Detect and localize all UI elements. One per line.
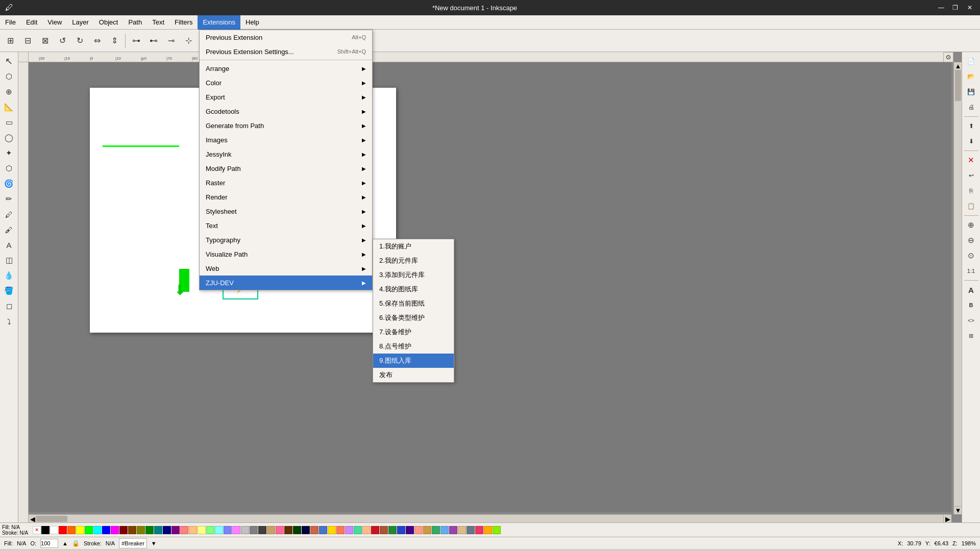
tool-calligraphy[interactable]: 🖋 xyxy=(2,222,16,237)
ext-text[interactable]: Text ▶ xyxy=(200,218,372,233)
swatch-silver[interactable] xyxy=(241,526,249,534)
tb-align-right[interactable]: ⊠ xyxy=(37,33,53,49)
swatch-black[interactable] xyxy=(41,526,50,534)
tool-rect[interactable]: ▭ xyxy=(2,115,16,130)
swatch-khaki[interactable] xyxy=(423,526,431,534)
tb-dist2[interactable]: ⊷ xyxy=(145,33,162,49)
ext-jessyink[interactable]: JessyInk ▶ xyxy=(200,147,372,161)
ext-stylesheet[interactable]: Stylesheet ▶ xyxy=(200,204,372,218)
menu-extensions[interactable]: Extensions xyxy=(198,15,240,30)
swatch-lightblue[interactable] xyxy=(224,526,232,534)
zoom-fit-button[interactable]: ⊙ xyxy=(943,52,953,62)
rt-import[interactable]: ⬆ xyxy=(964,119,978,133)
rt-open[interactable]: 📂 xyxy=(964,69,978,84)
tool-fill[interactable]: 🪣 xyxy=(2,284,16,298)
tb-dist4[interactable]: ⊹ xyxy=(180,33,197,49)
rt-print[interactable]: 🖨 xyxy=(964,100,978,114)
tool-node[interactable]: ⬡ xyxy=(2,69,16,84)
swatch-none[interactable]: ✕ xyxy=(33,526,41,534)
tool-connector[interactable]: ⤵ xyxy=(2,314,16,329)
swatch-peach[interactable] xyxy=(362,526,371,534)
rt-redo[interactable]: ↩ xyxy=(964,168,978,183)
scroll-down-btn[interactable]: ▼ xyxy=(954,506,962,514)
tool-pen[interactable]: 🖊 xyxy=(2,207,16,221)
tool-zoom[interactable]: ⊕ xyxy=(2,85,16,99)
swatch-lightmagenta[interactable] xyxy=(232,526,240,534)
rt-xml[interactable]: <> xyxy=(964,313,978,328)
swatch-green[interactable] xyxy=(145,526,154,534)
vertical-scrollbar[interactable]: ▲ ▼ xyxy=(953,62,962,514)
swatch-rose[interactable] xyxy=(475,526,483,534)
rt-snap-toggle[interactable]: ⊞ xyxy=(964,329,978,343)
swatch-olive[interactable] xyxy=(137,526,145,534)
tool-spiral[interactable]: 🌀 xyxy=(2,177,16,191)
swatch-purple[interactable] xyxy=(172,526,180,534)
swatch-slate[interactable] xyxy=(467,526,475,534)
scroll-up-btn[interactable]: ▲ xyxy=(954,62,962,70)
swatch-seagreen[interactable] xyxy=(432,526,440,534)
swatch-royalblue[interactable] xyxy=(397,526,405,534)
tool-select[interactable]: ↖ xyxy=(2,54,16,68)
ext-raster[interactable]: Raster ▶ xyxy=(200,176,372,190)
tool-dropper[interactable]: 💧 xyxy=(2,268,16,283)
swatch-tan[interactable] xyxy=(267,526,275,534)
swatch-lavender[interactable] xyxy=(345,526,353,534)
zjudev-item-4[interactable]: 4.我的图纸库 xyxy=(373,282,454,296)
rt-zoom-fit[interactable]: ⊙ xyxy=(964,248,978,263)
menu-layer[interactable]: Layer xyxy=(67,15,94,30)
rt-export[interactable]: ⬇ xyxy=(964,134,978,148)
tool-text[interactable]: A xyxy=(2,238,16,252)
swatch-amber[interactable] xyxy=(484,526,492,534)
rt-text-b[interactable]: B xyxy=(964,298,978,312)
scroll-right-btn[interactable]: ▶ xyxy=(943,515,951,522)
horizontal-scrollbar[interactable]: ◀ ▶ xyxy=(29,514,951,522)
ext-modify-path[interactable]: Modify Path ▶ xyxy=(200,161,372,176)
swatch-mint[interactable] xyxy=(354,526,362,534)
swatch-darkbrown[interactable] xyxy=(284,526,292,534)
swatch-darkblue[interactable] xyxy=(302,526,310,534)
swatch-forest[interactable] xyxy=(388,526,397,534)
tool-3d[interactable]: ⬡ xyxy=(2,161,16,176)
canvas-area[interactable]: |39 |19 |0 |10 |p0 |70 |80 |90 |100 |110… xyxy=(18,52,962,522)
tool-pencil[interactable]: ✏ xyxy=(2,192,16,206)
zjudev-item-3[interactable]: 3.添加到元件库 xyxy=(373,268,454,282)
zjudev-item-8[interactable]: 8.点号维护 xyxy=(373,339,454,354)
v-scroll-thumb[interactable] xyxy=(955,70,961,101)
rt-zoom-out[interactable]: ⊖ xyxy=(964,233,978,247)
ext-render[interactable]: Render ▶ xyxy=(200,190,372,204)
opacity-input[interactable] xyxy=(40,539,58,548)
menu-filters[interactable]: Filters xyxy=(169,15,198,30)
tb-flip-h[interactable]: ⇔ xyxy=(89,33,105,49)
menu-file[interactable]: File xyxy=(0,15,21,30)
swatch-coral[interactable] xyxy=(336,526,345,534)
swatch-lime[interactable] xyxy=(85,526,93,534)
tool-ellipse[interactable]: ◯ xyxy=(2,131,16,145)
ext-web[interactable]: Web ▶ xyxy=(200,261,372,276)
swatch-indianred[interactable] xyxy=(310,526,318,534)
tb-flip-v[interactable]: ⇕ xyxy=(106,33,122,49)
swatch-yellow[interactable] xyxy=(76,526,84,534)
zjudev-item-1[interactable]: 1.我的账户 xyxy=(373,239,454,254)
zjudev-item-publish[interactable]: 发布 xyxy=(373,368,454,382)
swatch-teal[interactable] xyxy=(154,526,162,534)
swatch-gold[interactable] xyxy=(328,526,336,534)
tb-dist1[interactable]: ⊶ xyxy=(128,33,144,49)
canvas-background[interactable]: ⬇ ⚡ xyxy=(29,62,951,512)
swatch-darkgray[interactable] xyxy=(258,526,266,534)
swatch-wheat[interactable] xyxy=(458,526,466,534)
swatch-navy[interactable] xyxy=(163,526,171,534)
swatch-white[interactable] xyxy=(50,526,58,534)
swatch-steelblue[interactable] xyxy=(319,526,327,534)
ext-visualize-path[interactable]: Visualize Path ▶ xyxy=(200,247,372,261)
swatch-pink[interactable] xyxy=(276,526,284,534)
zjudev-item-7[interactable]: 7.设备维护 xyxy=(373,325,454,339)
swatch-lightyellow[interactable] xyxy=(198,526,206,534)
swatch-skyblue[interactable] xyxy=(440,526,449,534)
menu-help[interactable]: Help xyxy=(240,15,264,30)
ext-gcodetools[interactable]: Gcodetools ▶ xyxy=(200,104,372,118)
swatch-lightred[interactable] xyxy=(180,526,188,534)
scroll-left-btn[interactable]: ◀ xyxy=(29,515,37,522)
style-dropdown-btn[interactable]: ▼ xyxy=(151,540,157,546)
maximize-button[interactable]: ❐ xyxy=(950,3,961,13)
swatch-darkred[interactable] xyxy=(119,526,128,534)
